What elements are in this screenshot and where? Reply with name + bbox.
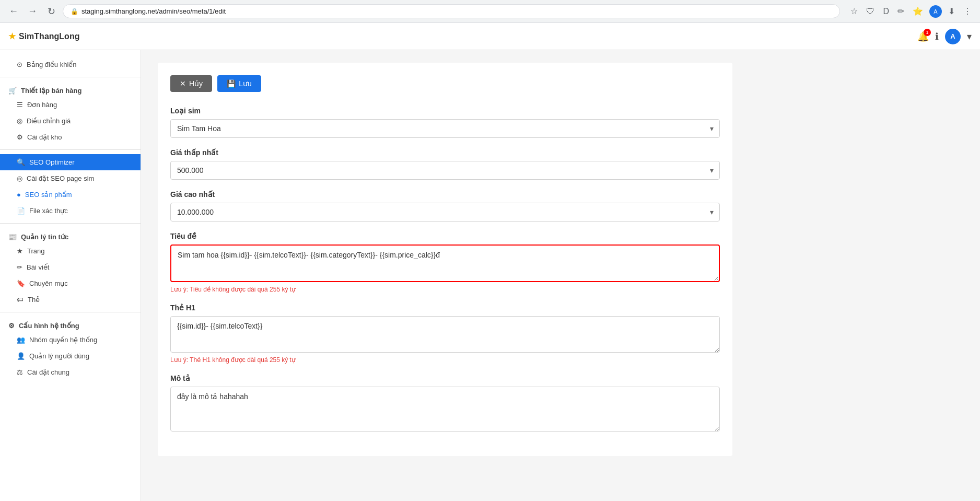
sidebar-item-trang[interactable]: ★ Trang xyxy=(0,243,141,259)
bai-viet-icon: ✏ xyxy=(17,263,22,271)
dashboard-icon: ⊙ xyxy=(17,61,22,68)
mo-ta-group: Mô tả đây là mô tả hahahah xyxy=(170,374,720,433)
chuyen-muc-icon: 🔖 xyxy=(17,279,25,287)
loai-sim-select-wrapper: Sim Tam Hoa ▾ xyxy=(170,119,720,138)
save-button[interactable]: 💾 Lưu xyxy=(217,75,261,92)
seo-icon: 🔍 xyxy=(17,158,25,166)
gia-thap-nhat-group: Giá thấp nhất 500.000 ▾ xyxy=(170,148,720,180)
extension-star-btn[interactable]: ⭐ xyxy=(911,4,925,18)
notification-badge: 1 xyxy=(924,29,931,36)
browser-chrome: ← → ↻ 🔒 staging.simthanglong.net/admin/s… xyxy=(0,0,980,23)
address-bar[interactable]: 🔒 staging.simthanglong.net/admin/seo/met… xyxy=(63,4,840,18)
logo-star: ★ xyxy=(8,31,16,41)
the-h1-textarea[interactable]: {{sim.id}}- {{sim.telcoText}} xyxy=(170,316,720,353)
the-icon: 🏷 xyxy=(17,296,24,304)
sidebar-item-seo-optimizer[interactable]: 🔍 SEO Optimizer xyxy=(0,154,141,170)
logo-name: SimThangLong xyxy=(19,32,79,41)
tin-tuc-icon: 📰 xyxy=(8,233,17,241)
shield-btn[interactable]: 🛡 xyxy=(864,5,877,18)
sidebar-item-file-xac-thuc[interactable]: 📄 File xác thực xyxy=(0,203,141,219)
app-logo: ★ SimThangLong xyxy=(8,31,79,41)
menu-btn[interactable]: ⋮ xyxy=(961,4,974,18)
loai-sim-select[interactable]: Sim Tam Hoa xyxy=(170,119,720,138)
form-card: ✕ Hủy 💾 Lưu Loại sim Sim Tam Hoa ▾ xyxy=(158,63,732,456)
loai-sim-group: Loại sim Sim Tam Hoa ▾ xyxy=(170,107,720,138)
tieu-de-hint: Lưu ý: Tiêu đề không được dài quá 255 ký… xyxy=(170,286,720,293)
cancel-button[interactable]: ✕ Hủy xyxy=(170,75,212,92)
divider-3 xyxy=(0,223,141,224)
file-icon: 📄 xyxy=(17,207,25,215)
loai-sim-label: Loại sim xyxy=(170,107,720,115)
sidebar-item-seo-san-pham[interactable]: ● SEO sản phẩm xyxy=(0,187,141,203)
sidebar-item-dieu-chinh-gia[interactable]: ◎ Điều chỉnh giá xyxy=(0,113,141,129)
back-button[interactable]: ← xyxy=(6,4,21,19)
reload-button[interactable]: ↻ xyxy=(44,4,59,19)
nhom-quyen-icon: 👥 xyxy=(17,336,25,344)
sidebar-item-chuyen-muc[interactable]: 🔖 Chuyên mục xyxy=(0,275,141,292)
cai-dat-seo-icon: ◎ xyxy=(17,174,22,182)
sidebar: ⊙ Bảng điều khiển 🛒 Thiết lập bán hàng ☰… xyxy=(0,50,141,501)
download-btn[interactable]: ⬇ xyxy=(946,4,957,18)
gia-thap-nhat-label: Giá thấp nhất xyxy=(170,148,720,157)
sidebar-item-quan-ly-nguoi-dung[interactable]: 👤 Quản lý người dùng xyxy=(0,348,141,364)
sidebar-section-tin-tuc: 📰 Quản lý tin tức xyxy=(0,228,141,243)
seo-san-pham-icon: ● xyxy=(17,191,21,199)
app-body: ⊙ Bảng điều khiển 🛒 Thiết lập bán hàng ☰… xyxy=(0,50,980,501)
extension-d-btn[interactable]: D xyxy=(881,5,891,18)
sidebar-item-cai-dat-chung[interactable]: ⚖ Cài đặt chung xyxy=(0,364,141,380)
mo-ta-textarea[interactable]: đây là mô tả hahahah xyxy=(170,387,720,432)
sidebar-section-thiet-lap: 🛒 Thiết lập bán hàng xyxy=(0,81,141,97)
tieu-de-label: Tiêu đề xyxy=(170,232,720,240)
mo-ta-label: Mô tả xyxy=(170,374,720,382)
trang-icon: ★ xyxy=(17,247,23,255)
cau-hinh-icon: ⚙ xyxy=(8,322,15,330)
sidebar-item-don-hang[interactable]: ☰ Đơn hàng xyxy=(0,97,141,113)
don-hang-icon: ☰ xyxy=(17,101,23,109)
gia-cao-nhat-label: Giá cao nhất xyxy=(170,190,720,199)
browser-actions: ☆ 🛡 D ✏ ⭐ A ⬇ ⋮ xyxy=(848,4,974,18)
gia-icon: ◎ xyxy=(17,117,22,125)
gia-thap-nhat-select[interactable]: 500.000 xyxy=(170,161,720,180)
app-header: ★ SimThangLong 🔔 1 ℹ A ▾ xyxy=(0,23,980,50)
sidebar-item-nhom-quyen[interactable]: 👥 Nhóm quyền hệ thống xyxy=(0,332,141,348)
bookmark-btn[interactable]: ☆ xyxy=(848,4,860,18)
sidebar-item-cai-dat-seo[interactable]: ◎ Cài đặt SEO page sim xyxy=(0,170,141,187)
lock-icon: 🔒 xyxy=(71,8,78,15)
sidebar-item-the[interactable]: 🏷 Thẻ xyxy=(0,292,141,308)
sidebar-item-cai-dat-kho[interactable]: ⚙ Cài đặt kho xyxy=(0,129,141,145)
main-content: ✕ Hủy 💾 Lưu Loại sim Sim Tam Hoa ▾ xyxy=(141,50,980,501)
cancel-icon: ✕ xyxy=(180,79,186,88)
gia-cao-nhat-select[interactable]: 10.000.000 xyxy=(170,203,720,222)
tieu-de-group: Tiêu đề Sim tam hoa {{sim.id}}- {{sim.te… xyxy=(170,232,720,293)
cai-dat-chung-icon: ⚖ xyxy=(17,368,23,376)
sidebar-item-bang-dieu-khien[interactable]: ⊙ Bảng điều khiển xyxy=(0,56,141,73)
sidebar-section-cau-hinh: ⚙ Cấu hình hệ thống xyxy=(0,317,141,332)
user-avatar-btn[interactable]: A xyxy=(945,29,961,44)
notification-btn[interactable]: 🔔 1 xyxy=(917,31,929,42)
gia-thap-nhat-select-wrapper: 500.000 ▾ xyxy=(170,161,720,180)
the-h1-label: Thẻ H1 xyxy=(170,304,720,312)
kho-icon: ⚙ xyxy=(17,133,23,141)
header-actions: 🔔 1 ℹ A ▾ xyxy=(917,29,972,44)
gia-cao-nhat-select-wrapper: 10.000.000 ▾ xyxy=(170,203,720,222)
user-menu-chevron[interactable]: ▾ xyxy=(967,31,972,42)
gia-cao-nhat-group: Giá cao nhất 10.000.000 ▾ xyxy=(170,190,720,222)
divider-4 xyxy=(0,312,141,312)
divider-1 xyxy=(0,77,141,77)
sidebar-label-bang-dieu-khien: Bảng điều khiển xyxy=(27,61,77,68)
thiet-lap-icon: 🛒 xyxy=(8,87,17,95)
the-h1-group: Thẻ H1 {{sim.id}}- {{sim.telcoText}} Lưu… xyxy=(170,304,720,364)
extension-pen-btn[interactable]: ✏ xyxy=(895,4,906,18)
info-btn[interactable]: ℹ xyxy=(935,31,939,42)
forward-button[interactable]: → xyxy=(25,4,40,19)
sidebar-item-bai-viet[interactable]: ✏ Bài viết xyxy=(0,259,141,275)
url-text: staging.simthanglong.net/admin/seo/meta/… xyxy=(81,7,226,15)
tieu-de-textarea[interactable]: Sim tam hoa {{sim.id}}- {{sim.telcoText}… xyxy=(170,244,720,282)
profile-btn[interactable]: A xyxy=(929,5,942,18)
save-icon: 💾 xyxy=(227,79,236,88)
toolbar: ✕ Hủy 💾 Lưu xyxy=(170,75,720,92)
nguoi-dung-icon: 👤 xyxy=(17,352,25,360)
divider-2 xyxy=(0,149,141,150)
the-h1-hint: Lưu ý: Thẻ H1 không được dài quá 255 ký … xyxy=(170,356,720,364)
